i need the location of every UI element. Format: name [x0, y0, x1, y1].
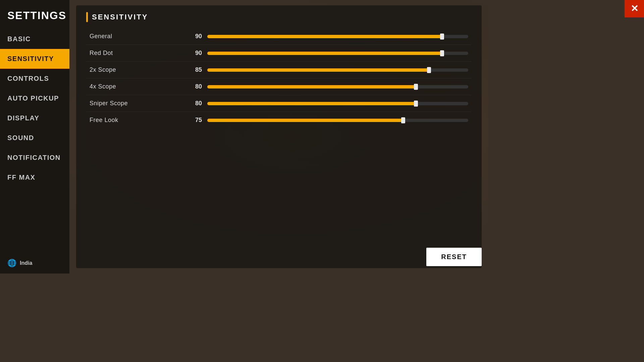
slider-fill-0 [207, 35, 442, 38]
slider-value-1: 90 [183, 50, 202, 57]
sidebar-item-display[interactable]: DISPLAY [0, 108, 69, 128]
slider-thumb-4[interactable] [414, 101, 418, 107]
sidebar: SETTINGS BASICSENSITIVITYCONTROLSAUTO PI… [0, 0, 69, 274]
settings-title: SETTINGS [0, 3, 69, 29]
slider-label-3: 4x Scope [90, 83, 183, 90]
region-label: India [20, 260, 32, 266]
slider-label-1: Red Dot [90, 50, 183, 57]
slider-fill-2 [207, 68, 429, 72]
slider-label-4: Sniper Scope [90, 100, 183, 107]
sidebar-item-controls[interactable]: CONTROLS [0, 69, 69, 88]
sidebar-item-sound[interactable]: SOUND [0, 128, 69, 148]
globe-icon: 🌐 [7, 259, 16, 267]
slider-thumb-2[interactable] [427, 67, 431, 73]
slider-value-2: 85 [183, 66, 202, 73]
slider-thumb-1[interactable] [440, 50, 444, 56]
panel-title: SENSITIVITY [92, 13, 148, 21]
slider-row: Free Look 75 [86, 112, 472, 128]
slider-label-2: 2x Scope [90, 66, 183, 73]
slider-row: Sniper Scope 80 [86, 95, 472, 112]
panel-accent-bar [86, 12, 88, 22]
sidebar-item-notification[interactable]: NOTIFICATION [0, 148, 69, 168]
slider-label-0: General [90, 33, 183, 40]
sidebar-footer: 🌐 India [0, 253, 69, 274]
slider-track-5[interactable] [207, 119, 468, 122]
slider-row: 4x Scope 80 [86, 78, 472, 95]
slider-rows: General 90 Red Dot 90 2x Scope 85 4x Sco… [86, 28, 472, 128]
slider-track-0[interactable] [207, 35, 468, 38]
slider-value-0: 90 [183, 33, 202, 40]
slider-track-3[interactable] [207, 85, 468, 88]
slider-thumb-5[interactable] [401, 117, 405, 123]
slider-thumb-3[interactable] [414, 84, 418, 90]
sidebar-item-basic[interactable]: BASIC [0, 29, 69, 49]
main-content: ✕ SENSITIVITY General 90 Red Dot 90 2x [69, 0, 488, 274]
settings-panel: SENSITIVITY General 90 Red Dot 90 2x Sco… [76, 5, 482, 268]
sidebar-nav: BASICSENSITIVITYCONTROLSAUTO PICKUPDISPL… [0, 29, 69, 253]
sidebar-item-auto-pickup[interactable]: AUTO PICKUP [0, 88, 69, 108]
slider-fill-3 [207, 85, 416, 88]
slider-label-5: Free Look [90, 117, 183, 124]
slider-track-1[interactable] [207, 52, 468, 55]
reset-button[interactable]: RESET [426, 248, 482, 266]
sidebar-item-sensitivity[interactable]: SENSITIVITY [0, 49, 69, 69]
slider-track-4[interactable] [207, 102, 468, 105]
slider-thumb-0[interactable] [440, 34, 444, 40]
slider-fill-1 [207, 52, 442, 55]
panel-header: SENSITIVITY [86, 12, 472, 22]
slider-track-2[interactable] [207, 68, 468, 72]
slider-value-3: 80 [183, 83, 202, 90]
slider-value-5: 75 [183, 117, 202, 124]
sidebar-item-ff-max[interactable]: FF MAX [0, 168, 69, 187]
slider-row: 2x Scope 85 [86, 62, 472, 78]
slider-row: Red Dot 90 [86, 45, 472, 62]
slider-fill-5 [207, 119, 403, 122]
app-container: SETTINGS BASICSENSITIVITYCONTROLSAUTO PI… [0, 0, 488, 274]
slider-row: General 90 [86, 28, 472, 45]
slider-fill-4 [207, 102, 416, 105]
slider-value-4: 80 [183, 100, 202, 107]
